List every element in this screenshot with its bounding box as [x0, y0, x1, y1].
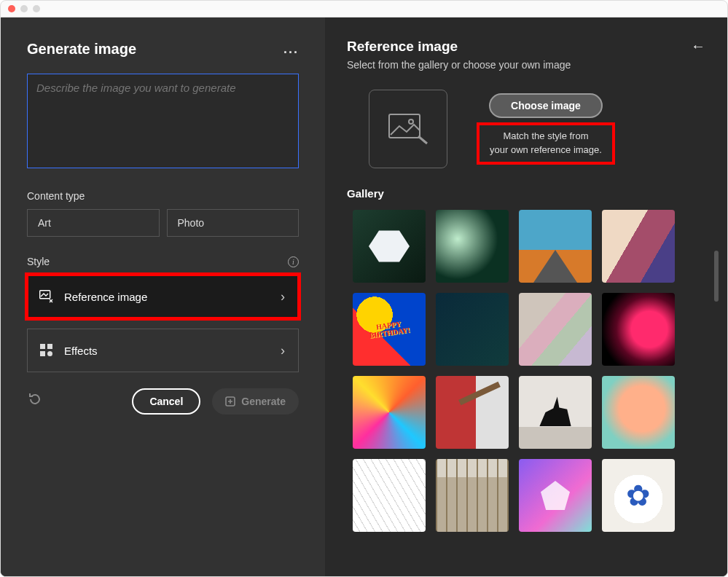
reference-subtitle: Select from the gallery or choose your o… [347, 59, 705, 71]
prompt-input[interactable] [27, 74, 299, 168]
gallery-thumb[interactable] [436, 293, 509, 366]
image-placeholder-icon [388, 113, 428, 145]
style-label: Style i [27, 256, 299, 267]
info-icon[interactable]: i [288, 256, 299, 267]
choose-note-highlight: Match the style from your own reference … [477, 122, 615, 165]
minimize-window-dot[interactable] [20, 5, 28, 12]
effects-row[interactable]: Effects › [27, 329, 299, 372]
gallery-thumb[interactable] [519, 459, 592, 532]
style-label-text: Style [27, 256, 50, 267]
reference-title: Reference image [347, 39, 458, 55]
reference-panel: Reference image ← Select from the galler… [325, 17, 727, 576]
gallery-thumb[interactable] [519, 210, 592, 283]
reference-image-label: Reference image [64, 291, 147, 303]
svg-rect-1 [40, 344, 45, 349]
gallery-thumb[interactable] [353, 376, 426, 449]
generate-label: Generate [241, 396, 286, 407]
gallery-scrollbar[interactable] [714, 251, 719, 302]
generate-icon [225, 396, 235, 407]
choose-image-note: Match the style from your own reference … [480, 125, 612, 162]
window-titlebar [0, 0, 728, 17]
maximize-window-dot[interactable] [33, 5, 40, 12]
gallery-thumb[interactable] [602, 376, 675, 449]
choose-note-line1: Match the style from [503, 130, 588, 141]
gallery-thumb[interactable]: HAPPYBIRTHDAY! [353, 293, 426, 366]
choose-note-line2: your own reference image. [490, 144, 602, 155]
gallery-thumb[interactable] [436, 376, 509, 449]
gallery-thumb[interactable] [436, 210, 509, 283]
gallery-thumb[interactable] [353, 210, 426, 283]
svg-rect-2 [47, 344, 52, 349]
gallery-thumb[interactable] [519, 293, 592, 366]
gallery-thumb[interactable] [602, 210, 675, 283]
gallery-thumb[interactable] [602, 293, 675, 366]
reference-image-icon [39, 289, 54, 304]
chevron-right-icon: › [281, 343, 285, 358]
effects-icon [39, 343, 54, 358]
gallery-grid: HAPPYBIRTHDAY! ✿ [353, 210, 705, 532]
content-type-label: Content type [27, 190, 299, 202]
generate-panel: Generate image ... Content type Art Phot… [1, 17, 325, 576]
reference-preview-box[interactable] [369, 90, 447, 168]
svg-point-7 [409, 119, 413, 124]
back-arrow-icon[interactable]: ← [691, 38, 705, 55]
app-body: Generate image ... Content type Art Phot… [0, 17, 728, 577]
effects-label: Effects [64, 345, 98, 357]
svg-rect-3 [40, 351, 45, 356]
gallery-label: Gallery [347, 187, 705, 200]
reset-button[interactable] [27, 391, 47, 412]
generate-button[interactable]: Generate [212, 388, 299, 415]
content-type-label-text: Content type [27, 190, 85, 202]
close-window-dot[interactable] [8, 5, 15, 12]
chevron-right-icon: › [281, 289, 285, 305]
generate-title: Generate image [27, 41, 136, 58]
reference-image-row[interactable]: Reference image › [27, 275, 299, 318]
content-type-photo[interactable]: Photo [167, 209, 300, 237]
gallery-thumb[interactable] [519, 376, 592, 449]
gallery-thumb[interactable]: ✿ [602, 459, 675, 532]
gallery-thumb[interactable] [353, 459, 426, 532]
cancel-button[interactable]: Cancel [132, 388, 200, 415]
content-type-art[interactable]: Art [27, 209, 160, 237]
choose-image-button[interactable]: Choose image [489, 93, 603, 118]
svg-point-4 [47, 351, 52, 356]
more-menu-button[interactable]: ... [283, 42, 299, 57]
gallery-thumb[interactable] [436, 459, 509, 532]
